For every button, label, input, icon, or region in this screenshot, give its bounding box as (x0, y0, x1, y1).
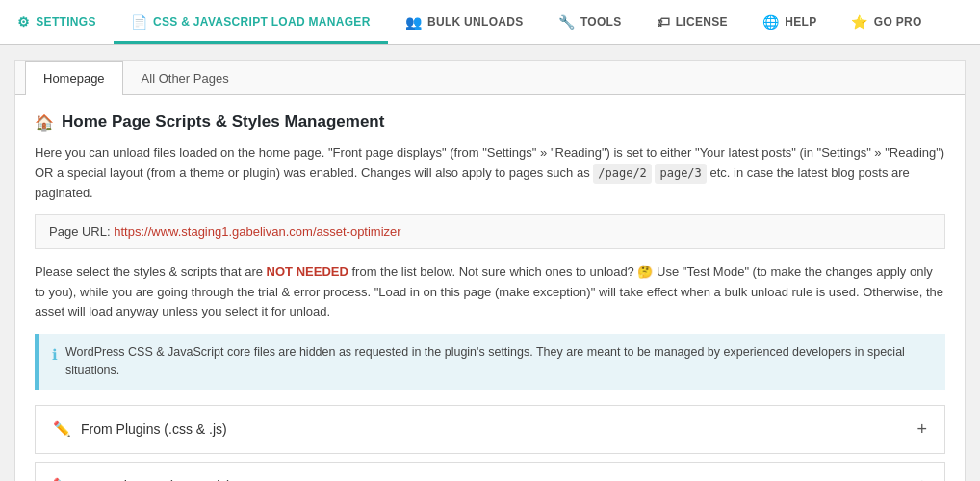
info-bar: ℹ WordPress CSS & JavaScript core files … (35, 334, 945, 390)
main-body: 🏠 Home Page Scripts & Styles Management … (15, 95, 965, 481)
not-needed-label: NOT NEEDED (267, 265, 348, 279)
plugins-icon: ✏️ (53, 420, 71, 438)
tab-tools[interactable]: 🔧 TOOLS (541, 0, 639, 44)
accordion-plugins-header[interactable]: ✏️ From Plugins (.css & .js) + (36, 406, 944, 453)
css-js-icon: 📄 (131, 14, 147, 30)
themes-icon: ✏️ (53, 477, 71, 481)
tab-css-js-manager[interactable]: 📄 CSS & JAVASCRIPT LOAD MANAGER (114, 0, 388, 44)
accordion-themes-expand-icon: + (916, 476, 927, 481)
tab-go-pro[interactable]: ⭐ GO PRO (834, 0, 939, 44)
content-area: Homepage All Other Pages 🏠 Home Page Scr… (14, 60, 966, 481)
accordion-plugins-expand-icon: + (916, 419, 927, 440)
top-navigation: ⚙ SETTINGS 📄 CSS & JAVASCRIPT LOAD MANAG… (0, 0, 980, 45)
license-icon: 🏷 (657, 14, 670, 30)
info-icon: ℹ (52, 344, 58, 367)
tab-settings[interactable]: ⚙ SETTINGS (0, 0, 114, 44)
page-url-box: Page URL: https://www.staging1.gabelivan… (35, 214, 945, 249)
sub-tab-bar: Homepage All Other Pages (15, 61, 965, 95)
tab-bulk-unloads[interactable]: 👥 BULK UNLOADS (388, 0, 541, 44)
accordion-themes: ✏️ From Themes (.css & .js) + (35, 462, 945, 481)
instruction-paragraph: Please select the styles & scripts that … (35, 263, 945, 322)
code-page3: page/3 (655, 164, 706, 184)
sub-tab-homepage[interactable]: Homepage (25, 61, 123, 95)
sub-tab-all-other-pages[interactable]: All Other Pages (123, 61, 247, 95)
bulk-icon: 👥 (405, 14, 422, 30)
page-url-label: Page URL: (49, 224, 111, 239)
code-page2: /page/2 (593, 164, 652, 184)
page-heading: 🏠 Home Page Scripts & Styles Management (35, 113, 945, 132)
accordion-plugins: ✏️ From Plugins (.css & .js) + (35, 405, 945, 454)
house-icon: 🏠 (35, 114, 54, 132)
tab-help[interactable]: 🌐 HELP (745, 0, 835, 44)
description-paragraph: Here you can unload files loaded on the … (35, 143, 945, 204)
star-icon: ⭐ (851, 14, 867, 30)
accordion-themes-header[interactable]: ✏️ From Themes (.css & .js) + (36, 463, 944, 481)
settings-icon: ⚙ (17, 14, 30, 30)
help-icon: 🌐 (762, 14, 779, 30)
tools-icon: 🔧 (558, 14, 575, 30)
tab-license[interactable]: 🏷 LICENSE (639, 0, 745, 44)
page-url-link[interactable]: https://www.staging1.gabelivan.com/asset… (114, 224, 400, 239)
